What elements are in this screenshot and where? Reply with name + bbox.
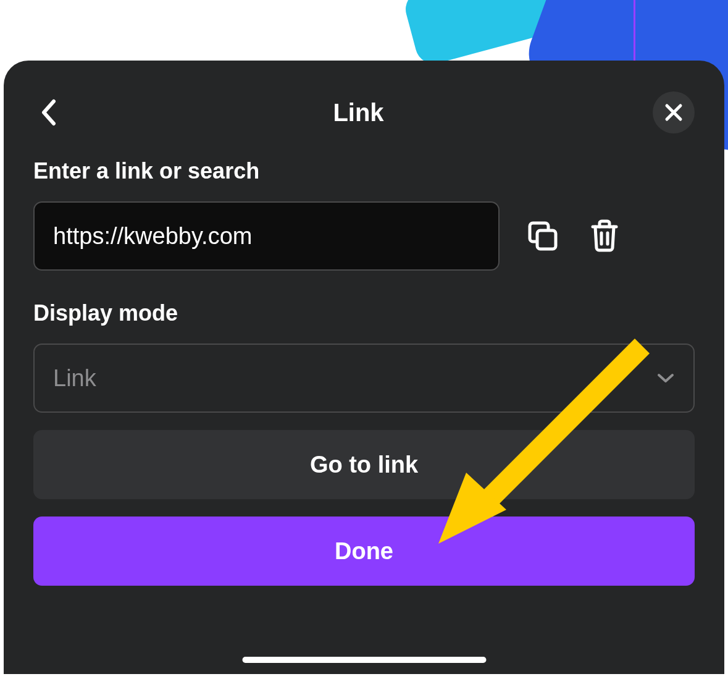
back-button[interactable] (33, 97, 64, 128)
display-mode-label: Display mode (33, 300, 695, 326)
copy-icon (526, 219, 559, 253)
display-mode-select[interactable]: Link (33, 344, 695, 413)
done-button[interactable]: Done (33, 517, 695, 586)
panel-title: Link (333, 99, 383, 127)
close-icon (664, 103, 683, 122)
delete-button[interactable] (586, 217, 623, 255)
chevron-left-icon (40, 99, 57, 126)
close-button[interactable] (653, 91, 695, 133)
home-indicator[interactable] (242, 657, 486, 663)
chevron-down-icon (656, 373, 675, 384)
panel-body: Enter a link or search Display mode (4, 158, 724, 586)
svg-rect-1 (537, 230, 556, 249)
link-input[interactable] (33, 201, 500, 271)
go-to-link-button[interactable]: Go to link (33, 430, 695, 499)
display-mode-value: Link (53, 365, 96, 392)
link-panel: Link Enter a link or search (4, 61, 724, 674)
trash-icon (589, 219, 620, 253)
panel-header: Link (4, 61, 724, 158)
link-field-label: Enter a link or search (33, 158, 695, 184)
copy-button[interactable] (524, 217, 561, 255)
link-input-row (33, 201, 695, 271)
